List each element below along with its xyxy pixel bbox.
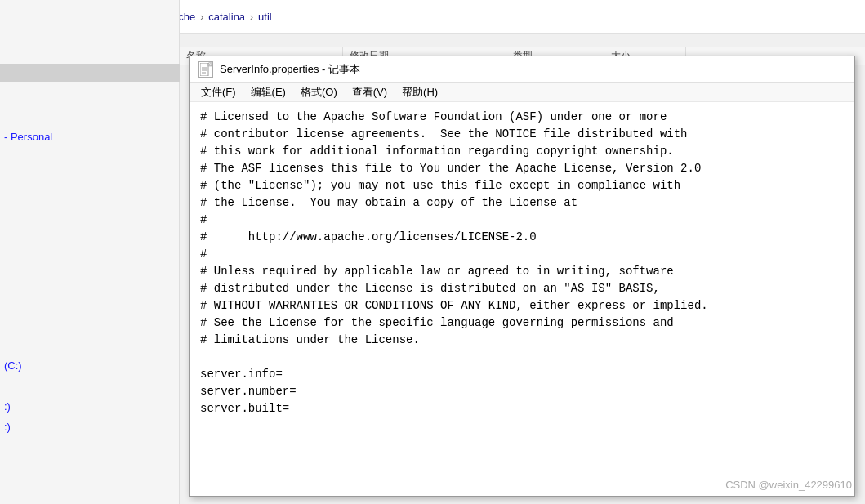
menu-file[interactable]: 文件(F) (194, 83, 243, 101)
personal-label[interactable]: - Personal (4, 131, 52, 143)
left-panel: - Personal (C:) :) :) (0, 0, 180, 504)
breadcrumb-separator-5: › (250, 11, 253, 23)
breadcrumb-catalina2[interactable]: catalina (208, 11, 245, 23)
notepad-title: ServerInfo.properties - 记事本 (220, 62, 360, 77)
notepad-content[interactable]: # Licensed to the Apache Software Founda… (190, 102, 854, 496)
menu-format[interactable]: 格式(O) (294, 83, 344, 101)
notepad-menubar: 文件(F) 编辑(E) 格式(O) 查看(V) 帮助(H) (190, 83, 854, 102)
c-drive-label[interactable]: (C:) (4, 359, 22, 372)
breadcrumb-separator-4: › (200, 11, 203, 23)
notepad-window: ServerInfo.properties - 记事本 文件(F) 编辑(E) … (189, 56, 855, 497)
watermark: CSDN @weixin_42299610 (725, 479, 852, 491)
d2-label[interactable]: :) (4, 421, 11, 433)
d1-label[interactable]: :) (4, 400, 11, 413)
left-gray-bar (0, 64, 180, 82)
menu-view[interactable]: 查看(V) (346, 83, 394, 101)
svg-marker-1 (208, 63, 212, 66)
menu-help[interactable]: 帮助(H) (395, 83, 444, 101)
notepad-titlebar: ServerInfo.properties - 记事本 (190, 56, 854, 83)
svg-rect-0 (200, 63, 208, 76)
breadcrumb-util[interactable]: util (258, 11, 272, 23)
menu-edit[interactable]: 编辑(E) (244, 83, 292, 101)
notepad-file-icon (198, 61, 213, 78)
